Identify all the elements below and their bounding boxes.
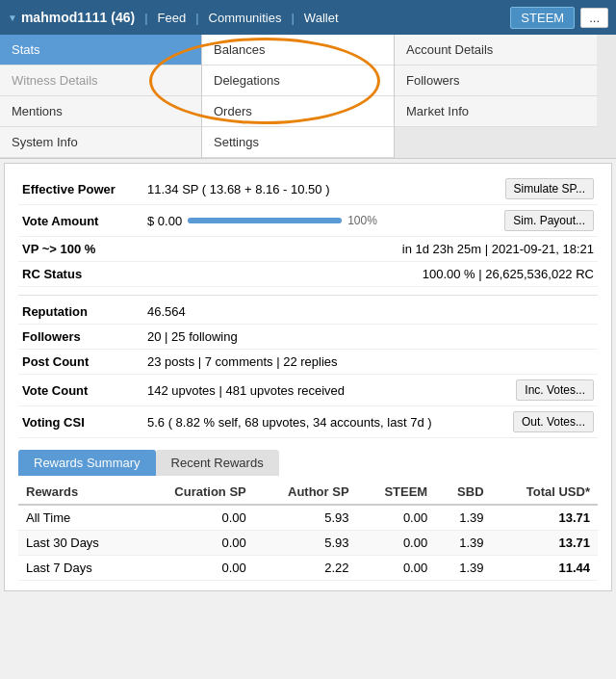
menu-item-balances[interactable]: Balances (202, 35, 394, 65)
table-row: Voting CSI 5.6 ( 8.82 % self, 68 upvotes… (18, 406, 598, 438)
sim-payout-button[interactable]: Sim. Payout... (504, 210, 594, 231)
stat-value: 20 | 25 following (143, 325, 492, 350)
stat-value: 100.00 % | 26,625,536,022 RC (143, 262, 598, 287)
username-label: mahmod1111 (46) (21, 10, 135, 25)
vote-dollar-value: $ 0.00 (147, 214, 182, 228)
menu-item-mentions[interactable]: Mentions (0, 96, 201, 127)
stat-action: Inc. Votes... (492, 375, 598, 406)
rewards-author-sp: 2.22 (254, 556, 357, 581)
middle-menu: Balances Delegations Orders Settings (202, 35, 395, 158)
nav-separator-1: | (144, 11, 147, 25)
rewards-curation-sp: 0.00 (137, 531, 253, 556)
tab-rewards-summary[interactable]: Rewards Summary (18, 450, 156, 476)
vote-bar-fill (188, 218, 342, 223)
stat-action: Simulate SP... (466, 173, 598, 205)
vote-pct-label: 100% (347, 214, 377, 227)
rewards-sbd: 1.39 (435, 531, 491, 556)
stat-value: 23 posts | 7 comments | 22 replies (143, 350, 492, 375)
dropdown-icon[interactable]: ▼ (8, 13, 17, 23)
nav-wallet-link[interactable]: Wallet (304, 11, 339, 25)
stat-label: Reputation (18, 300, 143, 325)
rewards-period-label: Last 7 Days (18, 556, 137, 581)
stat-value: 5.6 ( 8.82 % self, 68 upvotes, 34 accoun… (143, 406, 492, 438)
stat-label: Vote Count (18, 375, 143, 406)
rewards-table-header-row: Rewards Curation SP Author SP STEEM SBD … (18, 480, 598, 505)
vote-amount-container: $ 0.00 100% (147, 214, 462, 228)
menu-item-system-info[interactable]: System Info (0, 127, 201, 158)
stat-label: RC Status (18, 262, 143, 287)
table-row: Vote Count 142 upvotes | 481 upvotes rec… (18, 375, 598, 406)
menu-item-delegations[interactable]: Delegations (202, 65, 394, 96)
rewards-table: Rewards Curation SP Author SP STEEM SBD … (18, 480, 598, 581)
stat-action: Out. Votes... (492, 406, 598, 438)
rewards-steem: 0.00 (357, 531, 436, 556)
rewards-tabs: Rewards Summary Recent Rewards (18, 450, 598, 476)
top-nav: ▼ mahmod1111 (46) | Feed | Communities |… (0, 0, 616, 35)
right-menu: Account Details Followers Market Info (395, 35, 597, 158)
col-header-steem: STEEM (357, 480, 436, 505)
stats-table-1: Effective Power 11.34 SP ( 13.68 + 8.16 … (18, 173, 598, 287)
rewards-author-sp: 5.93 (254, 505, 357, 531)
menu-item-orders[interactable]: Orders (202, 96, 394, 127)
nav-right: STEEM ... (510, 7, 608, 29)
rewards-row-all-time: All Time 0.00 5.93 0.00 1.39 13.71 (18, 505, 598, 531)
tab-recent-rewards[interactable]: Recent Rewards (156, 450, 279, 476)
rewards-total: 11.44 (492, 556, 598, 581)
left-menu: Stats Witness Details Mentions System In… (0, 35, 202, 158)
rewards-sbd: 1.39 (435, 556, 491, 581)
separator-line (18, 295, 598, 296)
rewards-row-30-days: Last 30 Days 0.00 5.93 0.00 1.39 13.71 (18, 531, 598, 556)
table-row: VP ~> 100 % in 1d 23h 25m | 2021-09-21, … (18, 237, 598, 262)
col-header-rewards: Rewards (18, 480, 137, 505)
rewards-period-label: All Time (18, 505, 137, 531)
stat-value: 46.564 (143, 300, 492, 325)
nav-separator-2: | (195, 11, 198, 25)
rewards-steem: 0.00 (357, 556, 436, 581)
stat-label: Effective Power (18, 173, 143, 205)
col-header-total-usd: Total USD* (492, 480, 598, 505)
stat-value-vote: $ 0.00 100% (143, 205, 466, 237)
simulate-sp-button[interactable]: Simulate SP... (505, 178, 594, 199)
stat-value: 11.34 SP ( 13.68 + 8.16 - 10.50 ) (143, 173, 466, 205)
main-content: Effective Power 11.34 SP ( 13.68 + 8.16 … (4, 163, 612, 591)
table-row: RC Status 100.00 % | 26,625,536,022 RC (18, 262, 598, 287)
menu-item-stats[interactable]: Stats (0, 35, 201, 65)
stat-label: Post Count (18, 350, 143, 375)
stat-label: VP ~> 100 % (18, 237, 143, 262)
stat-label: Followers (18, 325, 143, 350)
rewards-row-7-days: Last 7 Days 0.00 2.22 0.00 1.39 11.44 (18, 556, 598, 581)
vote-progress-bar (188, 218, 342, 223)
rewards-steem: 0.00 (357, 505, 436, 531)
menu-item-witness-details: Witness Details (0, 65, 201, 96)
rewards-total: 13.71 (492, 505, 598, 531)
rewards-total: 13.71 (492, 531, 598, 556)
rewards-period-label: Last 30 Days (18, 531, 137, 556)
menu-item-market-info[interactable]: Market Info (395, 96, 597, 127)
stat-label: Voting CSI (18, 406, 143, 438)
col-header-curation-sp: Curation SP (137, 480, 253, 505)
out-votes-button[interactable]: Out. Votes... (513, 411, 594, 432)
rewards-author-sp: 5.93 (254, 531, 357, 556)
steem-dropdown-button[interactable]: STEEM (510, 7, 575, 29)
inc-votes-button[interactable]: Inc. Votes... (516, 379, 594, 401)
col-header-sbd: SBD (435, 480, 491, 505)
stat-action (492, 350, 598, 375)
col-header-author-sp: Author SP (254, 480, 357, 505)
nav-feed-link[interactable]: Feed (158, 11, 187, 25)
table-row: Followers 20 | 25 following (18, 325, 598, 350)
table-row: Effective Power 11.34 SP ( 13.68 + 8.16 … (18, 173, 598, 205)
menu-area: Stats Witness Details Mentions System In… (0, 35, 616, 159)
rewards-sbd: 1.39 (435, 505, 491, 531)
nav-communities-link[interactable]: Communities (209, 11, 282, 25)
nav-user: ▼ mahmod1111 (46) (8, 10, 135, 25)
stat-value: in 1d 23h 25m | 2021-09-21, 18:21 (143, 237, 598, 262)
stat-action (492, 325, 598, 350)
more-options-button[interactable]: ... (580, 8, 608, 28)
menu-item-account-details[interactable]: Account Details (395, 35, 597, 65)
stats-table-2: Reputation 46.564 Followers 20 | 25 foll… (18, 300, 598, 438)
menu-item-settings[interactable]: Settings (202, 127, 394, 158)
rewards-curation-sp: 0.00 (137, 505, 253, 531)
stat-label: Vote Amount (18, 205, 143, 237)
stat-value: 142 upvotes | 481 upvotes received (143, 375, 492, 406)
menu-item-followers[interactable]: Followers (395, 65, 597, 96)
